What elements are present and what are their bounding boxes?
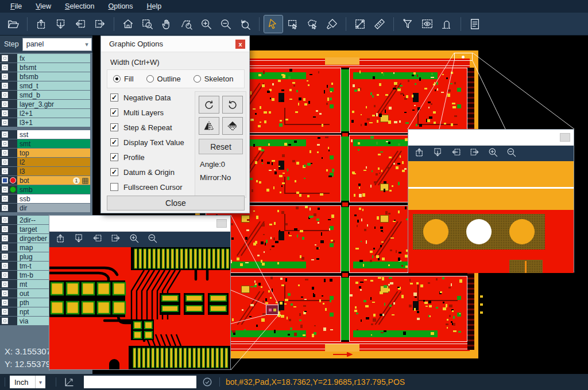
pan-hand-button[interactable] bbox=[158, 15, 176, 33]
layer-checkbox-ssb[interactable] bbox=[2, 196, 8, 202]
zoom-previous-button[interactable] bbox=[236, 15, 254, 33]
radio-skeleton[interactable]: Skeleton bbox=[194, 75, 234, 83]
close-button[interactable]: Close bbox=[107, 196, 245, 210]
rotate-cw-button[interactable] bbox=[199, 96, 219, 114]
pan-up-button[interactable] bbox=[414, 147, 425, 160]
layer-row-l2+1[interactable]: l2+1 bbox=[0, 109, 90, 118]
window-button[interactable] bbox=[216, 219, 227, 228]
checkbox-display-text-value[interactable]: ✓Display Text Value bbox=[110, 137, 184, 147]
view-options-button[interactable] bbox=[418, 15, 436, 33]
select-rect-button[interactable] bbox=[284, 15, 302, 33]
layer-checkbox-smb[interactable] bbox=[2, 186, 8, 193]
layer-row-bot[interactable]: bot1 bbox=[0, 176, 90, 185]
step-combobox[interactable]: panel ▾ bbox=[22, 38, 92, 51]
pan-left-button[interactable] bbox=[451, 147, 462, 160]
layer-row-l3[interactable]: l3 bbox=[0, 167, 90, 176]
zoom-area-button[interactable] bbox=[177, 15, 196, 33]
layer-row-smb[interactable]: smb bbox=[0, 185, 90, 194]
pan-left-button[interactable] bbox=[71, 15, 90, 33]
pan-right-button[interactable] bbox=[469, 147, 480, 160]
pan-down-button[interactable] bbox=[74, 233, 84, 246]
checkbox-datum-origin[interactable]: ✓Datum & Origin bbox=[110, 167, 175, 177]
pan-down-button[interactable] bbox=[432, 147, 443, 160]
layer-checkbox-l2[interactable] bbox=[2, 159, 8, 165]
unit-combobox[interactable]: Inch ▾ bbox=[10, 376, 45, 388]
pan-up-button[interactable] bbox=[32, 15, 51, 33]
ruler-button[interactable] bbox=[370, 15, 389, 33]
pan-up-button[interactable] bbox=[55, 233, 66, 246]
layer-checkbox-bot[interactable] bbox=[2, 177, 8, 184]
menu-selection[interactable]: Selection bbox=[59, 1, 100, 11]
checkbox-multi-layers[interactable]: ✓Multi Layers bbox=[110, 107, 164, 118]
layer-checkbox-smd_b[interactable] bbox=[2, 92, 8, 98]
confirm-icon[interactable] bbox=[202, 377, 212, 387]
layer-row-layer_3.gbr[interactable]: layer_3.gbr bbox=[0, 100, 90, 108]
layer-row-dir[interactable]: dir bbox=[0, 204, 90, 212]
pan-down-button[interactable] bbox=[52, 15, 70, 33]
zoom-out-button[interactable] bbox=[147, 233, 158, 246]
layer-checkbox-2dir--[interactable] bbox=[2, 217, 8, 223]
report-button[interactable] bbox=[466, 15, 484, 33]
filter-button[interactable] bbox=[399, 15, 417, 33]
layer-checkbox-smt[interactable] bbox=[2, 141, 8, 147]
layer-checkbox-npt[interactable] bbox=[2, 309, 8, 315]
layer-checkbox-dirgerber[interactable] bbox=[2, 235, 8, 241]
layer-checkbox-dir[interactable] bbox=[2, 205, 8, 211]
layer-row-sst[interactable]: sst bbox=[0, 130, 90, 139]
checkbox-profile[interactable]: ✓Profile bbox=[110, 152, 145, 162]
layer-checkbox-l2+1[interactable] bbox=[2, 110, 8, 116]
radio-outline[interactable]: Outline bbox=[146, 75, 181, 83]
pan-right-button[interactable] bbox=[110, 233, 121, 246]
close-icon[interactable]: x bbox=[235, 40, 245, 49]
zoom-in-button[interactable] bbox=[488, 147, 498, 160]
layer-checkbox-top[interactable] bbox=[2, 150, 8, 156]
layer-checkbox-mt[interactable] bbox=[2, 281, 8, 287]
zoom-preview-window-right[interactable] bbox=[408, 129, 574, 272]
zoom-in-button[interactable] bbox=[129, 233, 140, 246]
home-button[interactable] bbox=[119, 15, 137, 33]
brush-button[interactable] bbox=[323, 15, 341, 33]
select-poly-button[interactable] bbox=[303, 15, 322, 33]
layer-checkbox-l3+1[interactable] bbox=[2, 119, 8, 126]
layer-checkbox-l3[interactable] bbox=[2, 168, 8, 174]
angle-mode-icon[interactable] bbox=[63, 376, 75, 388]
pan-right-button[interactable] bbox=[91, 15, 109, 33]
layer-row-fx[interactable]: fx bbox=[0, 54, 90, 63]
radio-fill[interactable]: Fill bbox=[113, 75, 134, 83]
zoom-window-button[interactable] bbox=[138, 15, 157, 33]
layer-row-ssb[interactable]: ssb bbox=[0, 194, 90, 203]
preview-window-titlebar[interactable] bbox=[49, 216, 230, 232]
mirror-horizontal-button[interactable] bbox=[199, 117, 219, 135]
layer-row-smd_t[interactable]: smd_t bbox=[0, 81, 90, 90]
layer-checkbox-tm-t[interactable] bbox=[2, 263, 8, 269]
open-button[interactable] bbox=[4, 15, 22, 33]
zoom-in-button[interactable] bbox=[197, 15, 215, 33]
layer-checkbox-map[interactable] bbox=[2, 244, 8, 251]
layer-row-l3+1[interactable]: l3+1 bbox=[0, 118, 90, 127]
layer-checkbox-pth[interactable] bbox=[2, 299, 8, 306]
layer-checkbox-plug[interactable] bbox=[2, 253, 8, 260]
menu-options[interactable]: Options bbox=[102, 1, 138, 11]
preview-window-titlebar[interactable] bbox=[408, 130, 574, 146]
snap-button[interactable] bbox=[438, 15, 456, 33]
layer-row-l2[interactable]: l2 bbox=[0, 158, 90, 166]
zoom-preview-window-left[interactable] bbox=[49, 215, 231, 370]
select-arrow-button[interactable] bbox=[264, 15, 283, 33]
layer-checkbox-via[interactable] bbox=[2, 318, 8, 324]
layer-checkbox-bfsmb[interactable] bbox=[2, 73, 8, 80]
layer-row-bfsmb[interactable]: bfsmb bbox=[0, 72, 90, 81]
layer-checkbox-bfsmt[interactable] bbox=[2, 64, 8, 71]
window-button[interactable] bbox=[560, 133, 570, 142]
menu-file[interactable]: File bbox=[5, 1, 28, 11]
layer-checkbox-sst[interactable] bbox=[2, 131, 8, 138]
layer-checkbox-out[interactable] bbox=[2, 290, 8, 297]
menu-help[interactable]: Help bbox=[141, 1, 168, 11]
layer-checkbox-fx[interactable] bbox=[2, 55, 8, 61]
dialog-title[interactable]: Graphic Options bbox=[101, 36, 249, 52]
layer-checkbox-target[interactable] bbox=[2, 226, 8, 232]
checkbox-fullscreen-cursor[interactable]: Fullscreen Cursor bbox=[110, 182, 183, 192]
layer-checkbox-layer_3.gbr[interactable] bbox=[2, 101, 8, 107]
zoom-out-button[interactable] bbox=[216, 15, 235, 33]
layer-row-top[interactable]: top bbox=[0, 149, 90, 157]
mirror-vertical-button[interactable] bbox=[222, 117, 243, 135]
